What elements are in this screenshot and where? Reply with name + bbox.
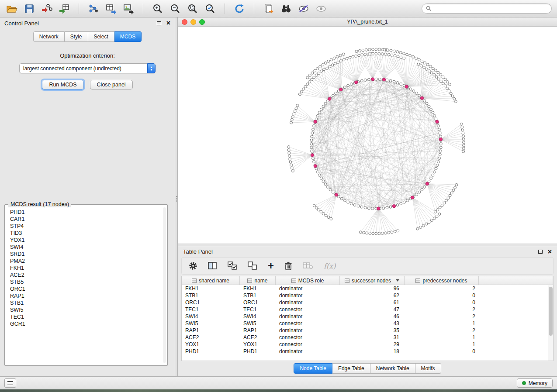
show-columns-button[interactable]: [208, 262, 217, 270]
list-item[interactable]: SWI5: [10, 306, 162, 313]
list-item[interactable]: YOX1: [10, 237, 162, 244]
cell-shared-name: SWI4: [182, 313, 240, 320]
column-header-shared-name[interactable]: shared name: [182, 276, 240, 285]
control-panel-title: Control Panel: [4, 20, 39, 27]
list-item[interactable]: TEC1: [10, 313, 162, 320]
zoom-out-button[interactable]: [169, 2, 182, 15]
table-mode-button[interactable]: [189, 261, 197, 270]
maximize-window-icon[interactable]: [199, 19, 205, 25]
column-header-predecessor-nodes[interactable]: predecessor nodes: [405, 276, 479, 285]
list-item[interactable]: SWI4: [10, 244, 162, 251]
tab-network[interactable]: Network: [33, 31, 65, 42]
add-column-button[interactable]: +: [268, 261, 274, 270]
list-item[interactable]: STP4: [10, 223, 162, 230]
open-file-button[interactable]: [5, 2, 18, 15]
binoculars-icon: [280, 3, 292, 14]
float-panel-icon[interactable]: [157, 21, 161, 25]
function-builder-button[interactable]: f(x): [324, 262, 336, 270]
network-titlebar[interactable]: YPA_prune.txt_1: [178, 17, 557, 27]
tab-network-table[interactable]: Network Table: [370, 363, 415, 374]
deselect-all-button[interactable]: [248, 261, 257, 270]
tab-motifs[interactable]: Motifs: [415, 363, 441, 374]
list-item[interactable]: STB5: [10, 279, 162, 285]
cell-mcds-role: connector: [276, 334, 340, 340]
export-image-button[interactable]: [122, 2, 135, 15]
table-row[interactable]: FKH1FKH1dominator962: [182, 285, 553, 292]
table-row[interactable]: YOX1YOX1connector291: [182, 341, 553, 348]
list-item[interactable]: SRD1: [10, 251, 162, 258]
list-item[interactable]: PHD1: [10, 209, 162, 216]
list-item[interactable]: FKH1: [10, 265, 162, 272]
minimize-window-icon[interactable]: [190, 19, 196, 25]
zoom-in-button[interactable]: [151, 2, 164, 15]
table-scrollbar-track[interactable]: [548, 285, 553, 361]
table-row[interactable]: ORC1ORC1dominator610: [182, 299, 553, 306]
split-divider-vertical[interactable]: [175, 17, 178, 376]
clone-network-button[interactable]: [262, 2, 275, 15]
dropdown-stepper-icon: ▲▼: [147, 63, 156, 73]
toolbar-separator: [254, 3, 254, 14]
table-row[interactable]: SWI4SWI4dominator462: [182, 313, 553, 320]
close-panel-icon[interactable]: ×: [166, 21, 170, 26]
search-box[interactable]: [422, 3, 552, 14]
tab-select[interactable]: Select: [88, 31, 114, 42]
hide-selected-button[interactable]: [297, 2, 310, 15]
list-item[interactable]: TID3: [10, 230, 162, 237]
close-panel-icon[interactable]: ×: [548, 249, 552, 254]
zoom-selected-button[interactable]: [204, 2, 217, 15]
close-panel-button[interactable]: Close panel: [90, 80, 133, 89]
select-all-button[interactable]: [228, 261, 237, 270]
import-table-button[interactable]: [58, 2, 71, 15]
control-panel: Control Panel × Network Style Select MCD…: [0, 17, 175, 376]
refresh-icon: [234, 3, 245, 14]
table-row[interactable]: STB1STB1dominator620: [182, 292, 553, 299]
tab-edge-table[interactable]: Edge Table: [332, 363, 370, 374]
tab-node-table[interactable]: Node Table: [294, 363, 332, 374]
list-item[interactable]: CAR1: [10, 216, 162, 223]
reapply-layout-button[interactable]: [233, 2, 246, 15]
delete-table-button[interactable]: [303, 262, 313, 270]
table-row[interactable]: TEC1TEC1connector472: [182, 306, 553, 313]
column-header-name[interactable]: name: [240, 276, 276, 285]
list-item[interactable]: PMA2: [10, 258, 162, 265]
save-session-button[interactable]: [23, 2, 36, 15]
show-all-button[interactable]: [315, 2, 328, 15]
list-item[interactable]: RAP1: [10, 292, 162, 299]
mcds-result-list[interactable]: PHD1 CAR1 STP4 TID3 YOX1 SWI4 SRD1 PMA2 …: [5, 205, 167, 365]
list-item[interactable]: ACE2: [10, 272, 162, 279]
delete-column-button[interactable]: [284, 261, 292, 271]
list-item[interactable]: ORC1: [10, 285, 162, 292]
table-row[interactable]: ACE2ACE2connector311: [182, 334, 553, 341]
column-header-mcds-role[interactable]: MCDS role: [276, 276, 340, 285]
search-network-button[interactable]: [280, 2, 293, 15]
tab-mcds[interactable]: MCDS: [114, 31, 142, 42]
cell-mcds-role: dominator: [276, 327, 340, 334]
zoom-fit-button[interactable]: [186, 2, 199, 15]
float-panel-icon[interactable]: [538, 250, 543, 254]
export-network-button[interactable]: [87, 2, 100, 15]
run-mcds-button[interactable]: Run MCDS: [42, 80, 83, 89]
export-table-icon: [105, 3, 117, 14]
memory-button[interactable]: Memory: [517, 378, 553, 388]
task-history-button[interactable]: [4, 378, 16, 388]
criterion-dropdown[interactable]: largest connected component (undirected)…: [19, 63, 156, 73]
table-row[interactable]: SWI5SWI5connector431: [182, 320, 553, 327]
search-input[interactable]: [434, 6, 547, 12]
list-item[interactable]: STB1: [10, 299, 162, 306]
close-window-icon[interactable]: [182, 19, 187, 25]
export-table-button[interactable]: [104, 2, 118, 15]
toolbar-separator: [143, 3, 143, 14]
list-item[interactable]: GCR1: [10, 320, 162, 327]
tab-style[interactable]: Style: [65, 31, 88, 42]
cell-name: PHD1: [240, 348, 276, 354]
table-row[interactable]: RAP1RAP1dominator352: [182, 327, 553, 334]
mcds-buttons-row: Run MCDS Close panel: [0, 80, 175, 89]
table-scrollbar-thumb[interactable]: [549, 287, 553, 336]
column-header-successor-nodes[interactable]: successor nodes: [340, 276, 405, 285]
result-list-scrollbar[interactable]: [163, 207, 166, 363]
cell-predecessor-nodes: 2: [405, 306, 479, 313]
network-canvas[interactable]: [178, 27, 557, 244]
import-network-button[interactable]: [40, 2, 53, 15]
table-row[interactable]: PHD1PHD1dominator180: [182, 348, 553, 355]
cell-shared-name: RAP1: [182, 327, 240, 334]
